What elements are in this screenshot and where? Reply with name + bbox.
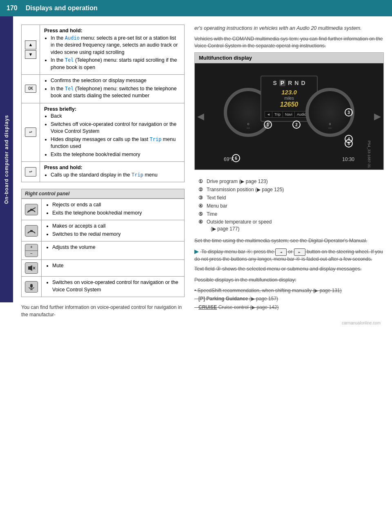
gear-n: N (294, 80, 298, 86)
upper-control-table: ▲ ▼ Press and hold: In the Audio menu: s… (21, 25, 185, 182)
voice-desc: Switches on voice-operated control for n… (42, 277, 185, 297)
list-item: Rejects or ends a call (52, 201, 181, 209)
voice-icon (25, 281, 38, 293)
back-desc-cell: Press briefly: Back Switches off voice-o… (40, 103, 185, 162)
header-bar: 170 Displays and operation (0, 0, 392, 16)
end-call-list: Rejects or ends a call Exits the telepho… (46, 201, 181, 217)
header-title: Displays and operation (26, 4, 98, 12)
multifunction-display: Multifunction display ◀ ▶ 0— S (194, 52, 384, 170)
legend-item-4: ④ Menu bar (198, 203, 380, 210)
right-control-table: Rejects or ends a call Exits the telepho… (21, 199, 185, 297)
ok-desc-cell: Confirms the selection or display messag… (40, 75, 185, 103)
volume-icon: + − (25, 244, 38, 257)
legend-item-5: ⑤ Time (198, 211, 380, 218)
accept-call-list: Makes or accepts a call Switches to the … (46, 223, 181, 238)
list-item: Hides display messages or calls up the l… (51, 136, 181, 150)
ok-button-icon: OK (25, 85, 36, 93)
table-row: Switches on voice-operated control for n… (22, 277, 185, 297)
back-hold-desc-list: Calls up the standard display in the Tri… (44, 172, 181, 179)
tel-menu-ref-1: Tel (65, 57, 74, 63)
gear-d: D (301, 80, 305, 86)
list-item: Calls up the standard display in the Tri… (51, 172, 181, 179)
legend-item-1: ① Drive program (▶ page 123) (198, 178, 380, 185)
parking-ref: [P] Parking Guidance (198, 296, 248, 302)
cluster-bottom: 69°F 10:30 (220, 156, 359, 162)
callout-5: 5 (345, 139, 353, 148)
list-item: Mute (52, 262, 181, 270)
side-tab-label: On-board computer and displays (4, 115, 9, 204)
end-call-icon-cell (22, 199, 42, 220)
gear-indicators: S P R N D (265, 80, 314, 86)
list-item: Exits the telephone book/redial memory (51, 151, 181, 159)
multifunction-title: Multifunction display (195, 53, 383, 63)
accept-call-desc: Makes or accepts a call Switches to the … (42, 220, 185, 241)
list-item: Adjusts the volume (52, 244, 181, 251)
possible-display-2: – [P] Parking Guidance (▶ page 157) (194, 295, 384, 302)
legend-item-6: ⑥ Outside temperature or speed (▶ page 1… (198, 219, 380, 232)
back-icon-cell: ↩ (22, 103, 40, 162)
svg-rect-2 (30, 230, 33, 232)
voice-icon-cell (22, 277, 42, 297)
time-display: 10:30 (342, 156, 354, 162)
right-control-label: Right control panel (21, 189, 185, 199)
intro-italic: er's operating instructions in vehicles … (194, 25, 384, 32)
arrow-desc-cell: Press and hold: In the Audio menu: selec… (40, 25, 185, 75)
display-image-area: ◀ ▶ 0— S P R N (195, 63, 383, 170)
arrow-pointer-icon: ▶ (194, 248, 198, 255)
accept-call-icon-cell (22, 220, 42, 241)
list-item: In the Tel (Telephone) menu: starts rapi… (51, 57, 181, 71)
back-hold-desc-cell: Press and hold: Calls up the standard di… (40, 162, 185, 182)
table-row: + − Adjusts the volume (22, 241, 185, 260)
side-tab: On-board computer and displays (0, 16, 13, 302)
svg-rect-6 (30, 284, 33, 288)
right-column: er's operating instructions in vehicles … (194, 25, 384, 327)
list-item: Exits the telephone book/redial memory (52, 210, 181, 217)
list-item: Back (51, 113, 181, 120)
svg-rect-3 (28, 266, 30, 270)
legend: ① Drive program (▶ page 123) ② Transmiss… (194, 175, 384, 237)
end-call-icon (27, 206, 36, 213)
list-item: Switches off voice-operated control for … (51, 121, 181, 135)
possible-displays-label: Possible displays in the multifunction d… (194, 276, 384, 284)
svg-line-1 (27, 208, 36, 212)
table-row: OK Confirms the selection or display mes… (22, 75, 185, 103)
possible-display-1: • SpeedShift recommendation, when shifti… (194, 287, 384, 294)
volume-list: Adjusts the volume (46, 244, 181, 251)
ok-desc-list: Confirms the selection or display messag… (44, 77, 181, 100)
trip-ref-2: Trip (131, 172, 143, 178)
mute-icon-cell (22, 260, 42, 277)
legend-item-2: ② Transmission position (▶ page 125) (198, 186, 380, 193)
list-item: Switches on voice-operated control for n… (52, 279, 181, 293)
table-row: ↩ Press and hold: Calls up the standard … (22, 162, 185, 182)
list-item: In the Audio menu: selects a pre-set lis… (51, 35, 181, 56)
back-button-icon: ↩ (25, 127, 36, 137)
volume-icon-cell: + − (22, 241, 42, 260)
list-item: In the Tel (Telephone) menu: switches to… (51, 85, 181, 100)
left-arrow-icon: ◀ (197, 111, 204, 122)
trip-ref-1: Trip (149, 136, 161, 142)
table-row: ▲ ▼ Press and hold: In the Audio menu: s… (22, 25, 185, 75)
list-item: Makes or accepts a call (52, 223, 181, 230)
trip-value: 123.0 (265, 89, 314, 96)
ok-icon-cell: OK (22, 75, 40, 103)
back-hold-button-icon: ↩ (25, 167, 36, 177)
list-item: Switches to the redial memory (52, 231, 181, 238)
mute-icon (25, 262, 38, 274)
right-arrow-icon: ▶ (374, 111, 381, 122)
strikethrough-text: Vehicles with the COMAND multimedia sys-… (194, 36, 384, 49)
voice-list: Switches on voice-operated control for n… (46, 279, 181, 293)
arrow-desc-list: In the Audio menu: selects a pre-set lis… (44, 35, 181, 72)
footer-note: You can find further information on voic… (21, 304, 185, 318)
callout-2: 2 (292, 121, 301, 129)
accept-call-icon (27, 228, 36, 234)
cruise-ref: CRUISE (198, 304, 217, 310)
footer-url: carmanualonline.com (194, 319, 384, 327)
text-field-note: Text field ③ shows the selected menu or … (194, 265, 384, 273)
instrument-cluster: 0— S P R N D 123.0 (220, 67, 359, 165)
end-call-desc: Rejects or ends a call Exits the telepho… (42, 199, 185, 220)
photo-credit: P54_33-1687-31 (367, 141, 371, 168)
press-briefly-label: Press briefly: (44, 106, 181, 113)
back-hold-icon-cell: ↩ (22, 162, 40, 182)
list-item: Confirms the selection or display messag… (51, 77, 181, 85)
gear-s: S (273, 80, 276, 86)
